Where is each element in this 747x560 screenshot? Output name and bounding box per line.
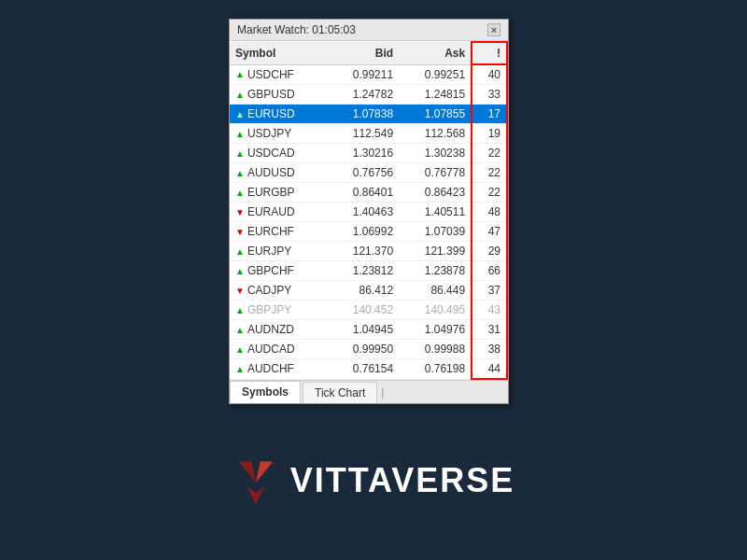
symbol-name: EURCHF [247,225,294,238]
symbol-name: GBPUSD [247,88,295,101]
arrow-up-icon: ▲ [235,344,245,355]
cell-spread: 66 [472,261,507,281]
table-row[interactable]: ▲AUDNZD1.049451.0497631 [230,320,507,340]
table-row[interactable]: ▼EURCHF1.069921.0703947 [230,222,507,242]
svg-marker-1 [256,462,273,483]
vittaverse-logo: VITTAVERSE [0,457,747,504]
symbol-name: EURGBP [247,186,295,199]
cell-symbol: ▼EURAUD [230,203,328,222]
cell-symbol: ▲AUDCHF [230,359,328,380]
tab-symbols[interactable]: Symbols [230,381,301,403]
cell-ask: 0.76198 [399,359,472,380]
cell-ask: 1.04976 [399,320,472,340]
symbol-name: AUDCAD [247,343,295,356]
cell-ask: 140.495 [399,301,472,320]
symbol-name: USDJPY [247,127,291,140]
symbol-name: EURUSD [247,107,295,120]
svg-marker-2 [247,487,264,504]
cell-ask: 1.07855 [399,105,472,124]
tab-tick-chart[interactable]: Tick Chart [303,382,377,403]
symbol-name: USDCHF [247,68,294,81]
cell-spread: 19 [472,124,507,144]
title-bar: Market Watch: 01:05:03 × [230,20,508,41]
symbol-name: AUDCHF [247,362,294,375]
arrow-up-icon: ▲ [235,69,245,79]
tab-bar: Symbols Tick Chart | [230,380,508,403]
cell-ask: 0.76778 [399,163,472,183]
header-ask: Ask [399,42,472,64]
table-row[interactable]: ▲USDJPY112.549112.56819 [230,124,507,144]
cell-symbol: ▲USDCHF [230,64,328,85]
table-row[interactable]: ▲USDCHF0.992110.9925140 [230,64,507,85]
cell-symbol: ▲AUDNZD [230,320,328,340]
cell-symbol: ▲EURGBP [230,183,328,203]
table-row[interactable]: ▲EURJPY121.370121.39929 [230,242,507,261]
cell-bid: 1.04945 [328,320,400,340]
table-row[interactable]: ▲GBPCHF1.238121.2387866 [230,261,507,281]
cell-spread: 38 [472,340,507,359]
cell-spread: 29 [472,242,507,261]
cell-spread: 47 [472,222,507,242]
table-row[interactable]: ▲AUDCAD0.999500.9998838 [230,340,507,359]
market-table-container: Symbol Bid Ask ! ▲USDCHF0.992110.9925140… [230,41,508,380]
cell-bid: 0.99211 [328,64,400,85]
cell-spread: 37 [472,281,507,301]
table-row[interactable]: ▲USDCAD1.302161.3023822 [230,144,507,163]
cell-symbol: ▲GBPCHF [230,261,328,281]
cell-ask: 86.449 [399,281,472,301]
table-row[interactable]: ▲EURGBP0.864010.8642322 [230,183,507,203]
cell-bid: 1.06992 [328,222,400,242]
cell-bid: 0.76154 [328,359,400,380]
table-row[interactable]: ▼CADJPY86.41286.44937 [230,281,507,301]
cell-bid: 112.549 [328,124,400,144]
arrow-up-icon: ▲ [235,129,245,139]
vittaverse-logo-text: VITTAVERSE [290,461,515,500]
arrow-down-icon: ▼ [235,207,245,217]
cell-bid: 86.412 [328,281,400,301]
arrow-up-icon: ▲ [235,148,245,159]
cell-spread: 48 [472,203,507,222]
cell-symbol: ▲GBPUSD [230,85,328,105]
arrow-up-icon: ▲ [235,90,245,100]
table-row[interactable]: ▲GBPUSD1.247821.2481533 [230,85,507,105]
table-row[interactable]: ▲AUDUSD0.767560.7677822 [230,163,507,183]
cell-spread: 43 [472,301,507,320]
cell-spread: 22 [472,144,507,163]
table-row[interactable]: ▼EURAUD1.404631.4051148 [230,203,507,222]
cell-symbol: ▲USDJPY [230,124,328,144]
cell-bid: 1.23812 [328,261,400,281]
arrow-up-icon: ▲ [235,188,245,198]
header-symbol: Symbol [230,42,328,64]
cell-ask: 1.24815 [399,85,472,105]
tab-separator: | [379,385,386,399]
symbol-name: USDCAD [247,147,295,160]
arrow-up-icon: ▲ [235,109,245,119]
symbol-name: EURAUD [247,205,295,218]
cell-ask: 0.99988 [399,340,472,359]
arrow-up-icon: ▲ [235,168,245,178]
cell-ask: 1.40511 [399,203,472,222]
cell-bid: 1.30216 [328,144,400,163]
symbol-name: GBPCHF [247,264,294,277]
cell-bid: 1.07838 [328,105,400,124]
cell-symbol: ▲EURUSD [230,105,328,124]
header-bid: Bid [328,42,400,64]
market-watch-window: Market Watch: 01:05:03 × Symbol Bid Ask … [229,19,509,404]
arrow-down-icon: ▼ [235,286,245,296]
cell-ask: 121.399 [399,242,472,261]
cell-symbol: ▲AUDCAD [230,340,328,359]
table-row[interactable]: ▲AUDCHF0.761540.7619844 [230,359,507,380]
arrow-up-icon: ▲ [235,305,245,315]
cell-symbol: ▼EURCHF [230,222,328,242]
svg-marker-0 [238,462,255,483]
cell-bid: 1.24782 [328,85,400,105]
cell-bid: 1.40463 [328,203,400,222]
table-row[interactable]: ▲GBPJPY140.452140.49543 [230,301,507,320]
cell-symbol: ▲GBPJPY [230,301,328,320]
cell-bid: 121.370 [328,242,400,261]
market-table: Symbol Bid Ask ! ▲USDCHF0.992110.9925140… [230,41,508,380]
close-button[interactable]: × [487,23,500,36]
cell-spread: 44 [472,359,507,380]
symbol-name: CADJPY [247,284,291,297]
table-row[interactable]: ▲EURUSD1.078381.0785517 [230,105,507,124]
